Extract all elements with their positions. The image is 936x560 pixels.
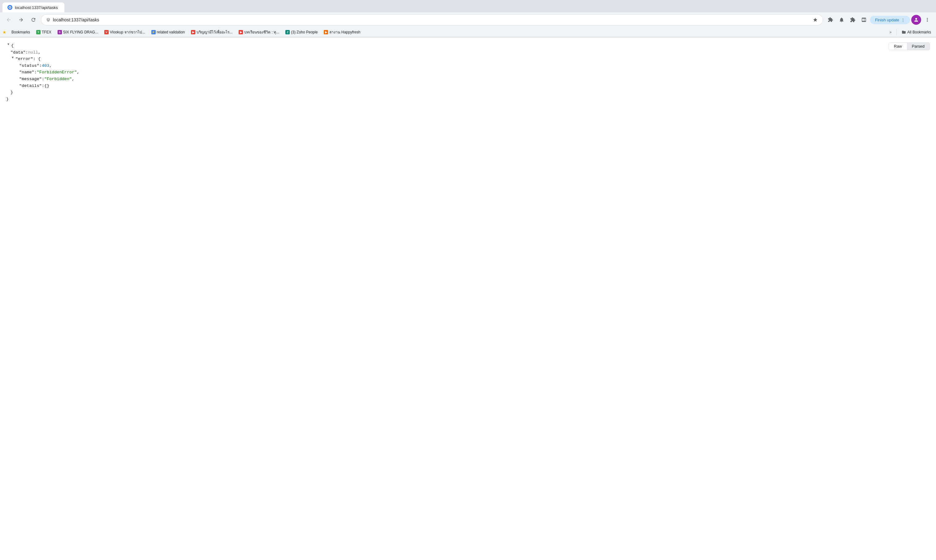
profile-button[interactable] (911, 15, 921, 25)
tfex-favicon: T (36, 30, 40, 34)
data-key: "data" (11, 49, 26, 56)
tab-favicon (8, 5, 12, 10)
bookmark-happyfresh[interactable]: ▶ ลางาน Happyfresh (321, 28, 363, 36)
bookmark-zoho-label: (3) Zoho People (291, 30, 317, 34)
message-key: "message" (19, 76, 42, 83)
lock-icon (46, 18, 51, 22)
extensions-button[interactable] (825, 15, 835, 25)
json-controls: Raw Parsed (889, 42, 930, 50)
vlookup-favicon: V (104, 30, 109, 34)
data-value: null (28, 49, 38, 56)
json-viewer: Raw Parsed ▼ { "data" : null , ▼ "error"… (0, 37, 936, 108)
bookmark-banyaa-label: บริญญามีไว้เพื่ออะไร... (197, 29, 232, 35)
happyfresh-favicon: ▶ (324, 30, 328, 34)
menu-button[interactable] (922, 15, 932, 25)
tab-bar: localhost:1337/api/tasks (0, 0, 936, 12)
raw-button[interactable]: Raw (889, 43, 907, 50)
name-key: "name" (19, 69, 34, 76)
browser-chrome: localhost:1337/api/tasks (0, 0, 936, 37)
json-details-line: "details" : {} (6, 83, 930, 89)
bookmark-happyfresh-label: ลางาน Happyfresh (329, 29, 360, 35)
url-input[interactable] (53, 17, 810, 22)
bookmark-tfex[interactable]: T TFEX (34, 29, 54, 35)
status-key: "status" (19, 63, 39, 69)
finish-update-label: Finish update (875, 18, 899, 22)
reload-button[interactable] (28, 15, 38, 25)
zoho-favicon: Z (285, 30, 290, 34)
bookmarks-more[interactable]: » (887, 29, 894, 35)
details-key: "details" (19, 83, 42, 89)
bookmark-six-flying-label: SIX FLYING DRAG... (63, 30, 98, 34)
alerts-button[interactable] (837, 15, 847, 25)
sidebar-button[interactable] (859, 15, 869, 25)
six-flying-favicon: S (58, 30, 62, 34)
btlearn-favicon: ▶ (239, 30, 243, 34)
json-root-brace-open: ▼ { (6, 42, 930, 49)
bookmark-btlearn[interactable]: ▶ บทเรียนของชีวิต : ทุ... (236, 28, 282, 36)
bookmarks-label[interactable]: Bookmarks (9, 29, 32, 35)
bookmark-vlookup[interactable]: V Vlookup จากขวาไป... (102, 28, 148, 36)
bookmark-btlearn-label: บทเรียนของชีวิต : ทุ... (244, 29, 279, 35)
bookmark-banyaa[interactable]: ▶ บริญญามีไว้เพื่ออะไร... (188, 28, 235, 36)
name-value: "ForbiddenError" (37, 69, 77, 76)
folder-icon (902, 30, 906, 34)
json-name-line: "name" : "ForbiddenError" , (6, 69, 930, 76)
finish-update-menu-icon: ⋮ (901, 18, 905, 22)
json-root-close: } (6, 96, 930, 103)
json-error-close: } (6, 89, 930, 96)
bookmarks-folder-label: All Bookmarks (907, 30, 931, 34)
bookmark-zoho[interactable]: Z (3) Zoho People (283, 29, 320, 35)
error-key: "error" (15, 56, 33, 63)
forward-button[interactable] (16, 15, 26, 25)
status-value: 403 (42, 63, 49, 69)
address-bar[interactable] (41, 14, 823, 25)
details-value: {} (44, 83, 49, 89)
svg-point-1 (9, 7, 11, 8)
back-button[interactable] (4, 15, 14, 25)
bookmarks-star-icon: ★ (3, 30, 6, 35)
json-root-open: ▼ { "data" : null , ▼ "error" : { "statu… (6, 42, 930, 102)
root-toggle[interactable]: ▼ (6, 42, 11, 47)
puzzle-button[interactable] (848, 15, 858, 25)
bookmark-tfex-label: TFEX (42, 30, 51, 34)
parsed-button[interactable]: Parsed (907, 43, 930, 50)
finish-update-button[interactable]: Finish update ⋮ (870, 16, 910, 24)
bookmark-vlookup-label: Vlookup จากขวาไป... (110, 29, 145, 35)
toolbar-icons: Finish update ⋮ (825, 15, 932, 25)
json-error-line: ▼ "error" : { (6, 56, 930, 63)
banyaa-favicon: ▶ (191, 30, 195, 34)
json-status-line: "status" : 403 , (6, 63, 930, 69)
star-icon[interactable] (813, 17, 818, 22)
message-value: "Forbidden" (44, 76, 72, 83)
bookmarks-bar: ★ Bookmarks T TFEX S SIX FLYING DRAG... … (0, 27, 936, 37)
json-data-line: "data" : null , (6, 49, 930, 56)
bookmark-six-flying[interactable]: S SIX FLYING DRAG... (55, 29, 101, 35)
bookmarks-folder[interactable]: All Bookmarks (899, 29, 933, 35)
active-tab[interactable]: localhost:1337/api/tasks (3, 3, 65, 12)
related-validation-favicon: ⚡ (151, 30, 156, 34)
toolbar: Finish update ⋮ (0, 12, 936, 27)
error-toggle[interactable]: ▼ (11, 56, 15, 60)
bookmark-related-validation[interactable]: ⚡ related validation (149, 29, 188, 35)
tab-title: localhost:1337/api/tasks (15, 5, 58, 10)
bookmarks-separator (896, 29, 897, 35)
bookmark-related-validation-label: related validation (157, 30, 185, 34)
json-message-line: "message" : "Forbidden" , (6, 76, 930, 83)
